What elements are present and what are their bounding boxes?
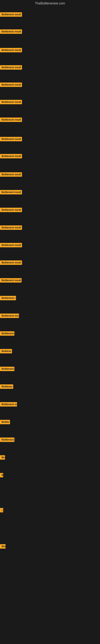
bottleneck-badge-11: Bottleneck result [0, 190, 22, 194]
bottleneck-item-13[interactable]: Bottleneck result [0, 226, 22, 231]
bottleneck-item-3[interactable]: Bottleneck result [0, 48, 22, 53]
bottleneck-item-17[interactable]: Bottleneck r [0, 296, 16, 301]
bottleneck-badge-8: Bottleneck result [0, 137, 22, 141]
bottleneck-badge-18: Bottleneck resu [0, 314, 19, 318]
bottleneck-item-6[interactable]: Bottleneck result [0, 100, 22, 105]
bottleneck-item-29[interactable]: Bot [0, 544, 6, 550]
bottleneck-item-23[interactable]: Bottleneck re [0, 402, 17, 407]
bottleneck-item-19[interactable]: Bottleneck [0, 331, 14, 336]
bottleneck-item-5[interactable]: Bottleneck result [0, 82, 22, 88]
bottleneck-badge-6: Bottleneck result [0, 100, 22, 104]
bottleneck-item-12[interactable]: Bottleneck result [0, 208, 22, 213]
bottleneck-item-8[interactable]: Bottleneck result [0, 137, 22, 142]
bottleneck-badge-2: Bottleneck result [0, 30, 22, 34]
bottleneck-item-22[interactable]: Bottlenec [0, 384, 13, 390]
bottleneck-item-21[interactable]: Bottleneck [0, 367, 14, 372]
bottleneck-item-11[interactable]: Bottleneck result [0, 190, 22, 195]
bottleneck-badge-5: Bottleneck result [0, 82, 22, 87]
bottleneck-badge-29: Bot [0, 544, 6, 548]
bottleneck-badge-28: | [0, 508, 3, 512]
bottleneck-badge-15: Bottleneck result [0, 260, 22, 265]
bottleneck-item-10[interactable]: Bottleneck result [0, 172, 22, 178]
bottleneck-item-18[interactable]: Bottleneck resu [0, 314, 19, 319]
bottleneck-badge-17: Bottleneck r [0, 296, 16, 300]
bottleneck-item-9[interactable]: Bottleneck result [0, 154, 22, 159]
bottleneck-badge-9: Bottleneck result [0, 154, 22, 158]
bottleneck-item-15[interactable]: Bottleneck result [0, 260, 22, 266]
bottleneck-badge-16: Bottleneck result [0, 278, 22, 282]
bottleneck-badge-21: Bottleneck [0, 367, 14, 371]
bottleneck-badge-7: Bottleneck result [0, 118, 22, 122]
bottleneck-badge-13: Bottleneck result [0, 226, 22, 230]
bottleneck-item-28[interactable]: | [0, 508, 3, 513]
bottleneck-item-27[interactable]: B [0, 473, 3, 478]
bottleneck-badge-10: Bottleneck result [0, 172, 22, 177]
bottleneck-badge-27: B [0, 473, 3, 477]
bottleneck-badge-26: Bo [0, 455, 5, 460]
bottleneck-badge-24: Bottler [0, 420, 10, 424]
bottleneck-badge-12: Bottleneck result [0, 208, 22, 212]
bottleneck-badge-19: Bottleneck [0, 331, 14, 336]
bottleneck-item-14[interactable]: Bottleneck result [0, 243, 22, 248]
bottleneck-badge-25: Bottleneck [0, 438, 14, 442]
bottleneck-item-1[interactable]: Bottleneck result [0, 12, 22, 18]
bottleneck-item-16[interactable]: Bottleneck result [0, 278, 22, 283]
bottleneck-badge-14: Bottleneck result [0, 243, 22, 247]
bottleneck-item-4[interactable]: Bottleneck result [0, 65, 22, 70]
bottleneck-badge-3: Bottleneck result [0, 48, 22, 52]
bottleneck-item-2[interactable]: Bottleneck result [0, 30, 22, 34]
bottleneck-badge-22: Bottlenec [0, 384, 13, 389]
bottleneck-item-26[interactable]: Bo [0, 455, 5, 460]
bottleneck-item-24[interactable]: Bottler [0, 420, 10, 425]
bottleneck-badge-20: Bottlene [0, 349, 12, 354]
bottleneck-badge-4: Bottleneck result [0, 65, 22, 70]
bottleneck-badge-1: Bottleneck result [0, 12, 22, 17]
bottleneck-item-25[interactable]: Bottleneck [0, 438, 14, 443]
bottleneck-item-7[interactable]: Bottleneck result [0, 118, 22, 123]
site-title: TheBottlenecker.com [0, 0, 100, 7]
bottleneck-item-20[interactable]: Bottlene [0, 349, 12, 354]
bottleneck-badge-23: Bottleneck re [0, 402, 17, 406]
